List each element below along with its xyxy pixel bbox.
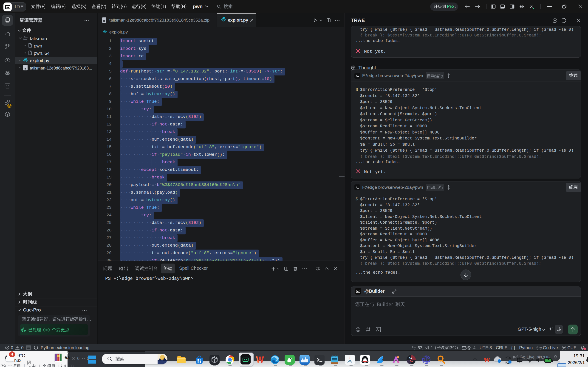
svg-text:DX: DX <box>410 360 414 363</box>
svg-text:i: i <box>499 360 499 363</box>
svg-text:JA: JA <box>409 357 412 360</box>
